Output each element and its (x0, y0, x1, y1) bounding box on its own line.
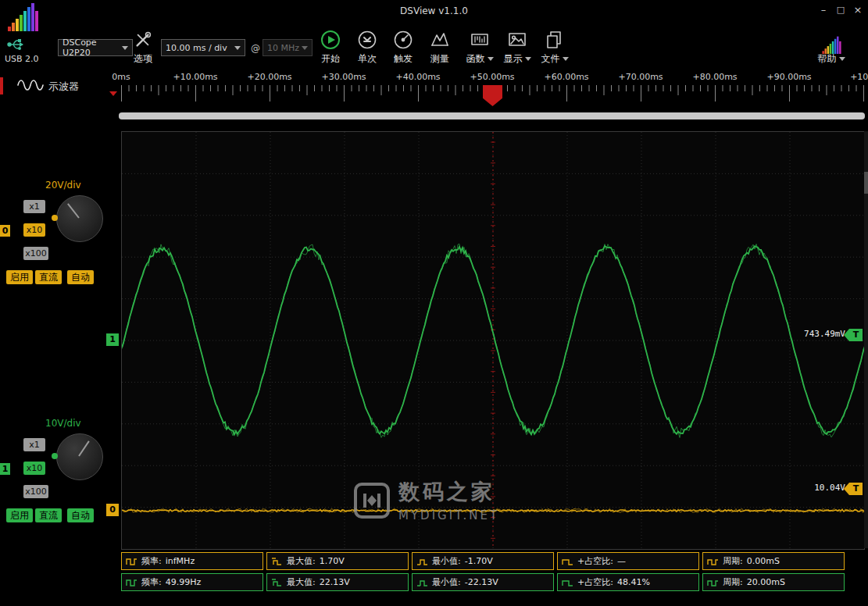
function-label: 函数 (466, 52, 485, 66)
period-icon (707, 557, 719, 566)
ch1-coupling-button[interactable]: 直流 (35, 508, 62, 522)
dsview-window: DSView v1.1.0 – □ × USB 2.0 DSCope U2P20 (0, 0, 868, 606)
ch1-trigger-level-tag[interactable]: T (849, 329, 863, 341)
ruler-label: +20.00ms (247, 72, 291, 82)
ch1-enable-button[interactable]: 启用 (6, 508, 33, 522)
file-button[interactable]: 文件 (534, 30, 575, 66)
measure-label: +占空比: (577, 555, 613, 567)
ch0-auto-button[interactable]: 自动 (67, 270, 94, 284)
options-button[interactable]: 选项 (125, 30, 161, 66)
max-value-icon (271, 557, 283, 566)
frequency-icon (126, 557, 138, 566)
function-barcode-icon (470, 30, 490, 50)
measure-label: 最大值: (287, 555, 316, 567)
single-label: 单次 (358, 52, 377, 66)
panel-collapse-arrow-icon[interactable] (109, 91, 117, 96)
knob-needle (78, 440, 90, 456)
duty-cycle-icon (562, 557, 573, 566)
start-label: 开始 (321, 52, 340, 66)
chevron-down-icon (839, 57, 845, 61)
ch1-vdiv-knob[interactable] (56, 433, 103, 480)
play-icon (320, 30, 341, 50)
measure-label: 测量 (430, 52, 449, 66)
device-select[interactable]: DSCope U2P20 (58, 39, 133, 56)
minimize-button[interactable]: – (816, 3, 831, 17)
samplerate-select[interactable]: 10 MHz (263, 39, 313, 56)
measure-mountains-icon (430, 30, 450, 50)
help-label: 帮助 (818, 52, 837, 66)
knob-dot (52, 215, 58, 221)
help-bars-icon (822, 37, 841, 54)
ch1-trigger-level-value: 743.49mV (780, 329, 845, 339)
vertical-scrollbar (864, 131, 868, 548)
display-label: 显示 (504, 52, 523, 66)
timebase-select[interactable]: 10.00 ms / div (161, 39, 245, 56)
ch1-probe-x1-button[interactable]: x1 (23, 438, 45, 451)
measure-max-ch1: 最大值:22.13V (266, 573, 409, 591)
single-button[interactable]: 单次 (349, 30, 385, 66)
ch0-probe-x100-button[interactable]: x100 (23, 247, 48, 260)
horizontal-scrollbar[interactable] (119, 112, 865, 119)
ch1-measurement-row: 频率:49.99Hz 最大值:22.13V 最小值:-22.13V +占空比:4… (121, 573, 845, 591)
measure-value: 1.70V (320, 556, 345, 566)
knob-needle (67, 203, 80, 218)
measure-value: 22.13V (320, 577, 350, 587)
measure-value: -1.70V (465, 556, 493, 566)
measure-label: 周期: (723, 576, 743, 588)
ch1-vdiv-label: 10V/div (45, 418, 81, 429)
ch0-probe-x1-button[interactable]: x1 (23, 200, 45, 213)
frequency-icon (126, 578, 138, 587)
maximize-button[interactable]: □ (833, 3, 848, 17)
measure-freq-ch1: 频率:49.99Hz (121, 573, 263, 591)
options-label: 选项 (134, 52, 152, 66)
duty-cycle-icon (562, 578, 573, 587)
ch1-probe-x10-button[interactable]: x10 (23, 462, 45, 475)
ruler-label: +40.00ms (395, 72, 440, 82)
ch0-zero-marker[interactable]: 0 (106, 504, 119, 516)
start-button[interactable]: 开始 (313, 30, 348, 66)
ch1-zero-marker[interactable]: 1 (106, 333, 119, 346)
trigger-gauge-icon (393, 30, 413, 50)
ch0-enable-button[interactable]: 启用 (6, 270, 33, 284)
window-title: DSView v1.1.0 (400, 5, 468, 16)
waveform-canvas[interactable] (121, 131, 865, 550)
device-select-value: DSCope U2P20 (63, 37, 122, 58)
measure-button[interactable]: 测量 (422, 30, 458, 66)
knob-dot (52, 453, 58, 459)
ch1-edge-tab[interactable]: 1 (0, 463, 10, 475)
ch0-probe-x10-button[interactable]: x10 (23, 223, 45, 237)
measure-value: 49.99Hz (166, 577, 202, 587)
ch0-vdiv-knob[interactable] (56, 195, 103, 242)
help-button[interactable]: 帮助 (808, 30, 855, 66)
chevron-down-icon (488, 57, 494, 61)
measure-label: +占空比: (577, 576, 613, 588)
measure-value: 48.41% (617, 577, 650, 587)
ruler-label: +30.00ms (321, 72, 366, 82)
samplerate-value: 10 MHz (267, 43, 299, 53)
ch0-measurement-row: 频率:infMHz 最大值:1.70V 最小值:-1.70V +占空比:— 周期… (121, 552, 845, 570)
vertical-scrollbar-thumb[interactable] (864, 172, 868, 194)
ch0-coupling-button[interactable]: 直流 (35, 270, 62, 284)
chevron-down-icon (563, 57, 569, 61)
measure-label: 最大值: (287, 576, 316, 588)
trigger-button[interactable]: 触发 (385, 30, 421, 66)
time-ruler-labels: 0ms+10.00ms+20.00ms+30.00ms+40.00ms+50.0… (0, 72, 868, 84)
function-button[interactable]: 函数 (459, 30, 500, 66)
ch0-edge-tab[interactable]: 0 (0, 225, 10, 237)
display-button[interactable]: 显示 (497, 30, 538, 66)
usb-icon (5, 37, 28, 55)
timebase-value: 10.00 ms / div (166, 43, 227, 53)
ruler-label: +50.00ms (470, 72, 514, 82)
measure-label: 最小值: (432, 555, 461, 567)
dsview-logo-icon (8, 3, 38, 31)
ch1-auto-button[interactable]: 自动 (67, 508, 94, 522)
min-value-icon (416, 557, 428, 566)
close-button[interactable]: × (850, 3, 866, 17)
ch0-trigger-level-tag[interactable]: T (849, 483, 863, 495)
period-icon (707, 578, 719, 587)
ruler-label: +100. (850, 72, 868, 82)
chevron-down-icon (525, 57, 531, 61)
trigger-label: 触发 (394, 52, 413, 66)
measure-label: 周期: (723, 555, 743, 567)
ch1-probe-x100-button[interactable]: x100 (23, 485, 48, 498)
